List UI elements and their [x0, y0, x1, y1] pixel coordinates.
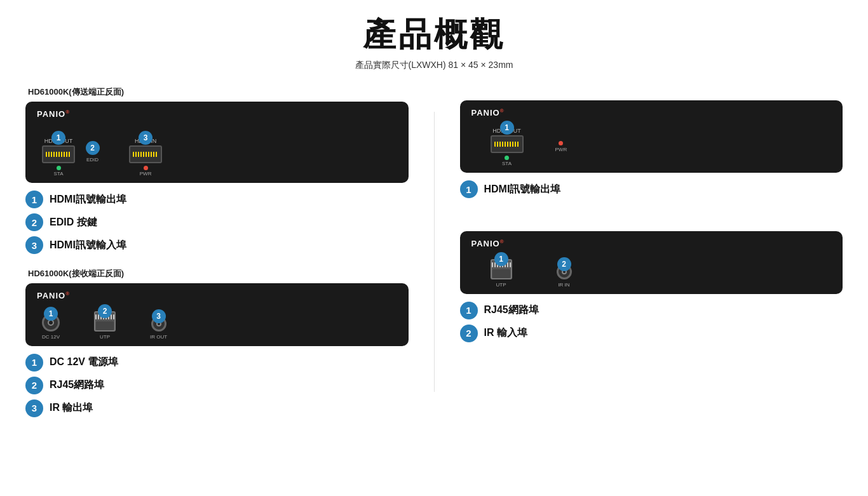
back-feature-badge-1: 1: [460, 180, 478, 198]
rec-back-feature-text-1: RJ45網路埠: [484, 304, 539, 317]
receiver-back-features: 1 RJ45網路埠 2 IR 輸入埠: [460, 302, 843, 342]
rec-feature-text-2: RJ45網路埠: [50, 379, 104, 392]
badge-1: 1: [51, 131, 65, 145]
transmitter-feature-3: 3 HDMI訊號輸入埠: [25, 236, 409, 254]
transmitter-back-feature-1: 1 HDMI訊號輸出埠: [460, 180, 843, 198]
pwr-indicator: [144, 166, 148, 170]
receiver-section-label: HD61000K(接收端正反面): [28, 268, 409, 279]
receiver-feature-3: 3 IR 輸出埠: [25, 399, 409, 417]
pwr-right: PWR: [555, 141, 567, 152]
receiver-back-panel: PANIO® 1 UTP: [460, 231, 843, 293]
transmitter-section-label: HD61000K(傳送端正反面): [28, 86, 409, 98]
rec-feature-text-1: DC 12V 電源埠: [50, 356, 118, 369]
hdmi-out-back-port: [491, 135, 524, 153]
feature-badge-1: 1: [25, 191, 43, 208]
panio-logo-receiver-back: PANIO®: [471, 239, 832, 248]
feature-text-3: HDMI訊號輸入埠: [50, 239, 126, 252]
rec-back-badge-1: 1: [494, 252, 508, 266]
pwr-back-indicator: [559, 141, 563, 145]
page-title: 產品概觀: [25, 13, 843, 57]
sta-indicator: [57, 166, 61, 170]
transmitter-back-port-1: 1 HDMI OUT STA: [491, 128, 524, 166]
receiver-back-port-1: 1 UTP: [491, 259, 512, 288]
transmitter-features: 1 HDMI訊號輸出埠 2 EDID 按鍵 3 HDMI訊號輸入埠: [25, 191, 409, 254]
pwr-text: PWR: [140, 171, 152, 177]
feature-text-2: EDID 按鍵: [50, 216, 97, 229]
sta-back-indicator: [505, 156, 509, 160]
transmitter-feature-2: 2 EDID 按鍵: [25, 213, 409, 231]
receiver-front-panel: PANIO® 1 DC 12V 2: [25, 283, 409, 345]
rec-feature-badge-3: 3: [25, 399, 43, 417]
page-subtitle: 產品實際尺寸(LXWXH) 81 × 45 × 23mm: [25, 60, 843, 71]
rec-back-feature-text-2: IR 輸入埠: [484, 326, 527, 340]
rec-feature-badge-2: 2: [25, 377, 43, 394]
receiver-front-port-2: 2 UTP: [94, 311, 116, 340]
feature-text-1: HDMI訊號輸出埠: [50, 193, 126, 206]
utp-label-back: UTP: [496, 282, 506, 288]
sta-back-text: STA: [502, 161, 512, 166]
rec-back-feature-badge-2: 2: [460, 325, 478, 342]
rec-badge-2: 2: [98, 304, 112, 318]
badge-3: 3: [139, 131, 153, 145]
transmitter-front-panel: PANIO® 1 HDMI OUT STA 2: [25, 102, 409, 183]
feature-badge-3: 3: [25, 236, 43, 254]
rec-badge-1: 1: [44, 307, 58, 321]
rec-badge-3: 3: [152, 309, 166, 323]
receiver-back-feature-2: 2 IR 輸入埠: [460, 325, 843, 342]
badge-2: 2: [86, 141, 100, 155]
transmitter-front-port-3: 3 HDMI IN PWR: [129, 138, 162, 177]
rec-back-badge-2: 2: [557, 257, 571, 271]
rec-feature-text-3: IR 輸出埠: [50, 401, 93, 415]
panio-logo-receiver-front: PANIO®: [37, 291, 397, 300]
edid-text: EDID: [86, 157, 98, 163]
receiver-back-feature-1: 1 RJ45網路埠: [460, 302, 843, 319]
panio-logo-transmitter-back: PANIO®: [471, 108, 832, 117]
transmitter-feature-1: 1 HDMI訊號輸出埠: [25, 191, 409, 208]
ir-out-label: IR OUT: [150, 334, 167, 340]
hdmi-in-port: [129, 145, 162, 163]
back-feature-text-1: HDMI訊號輸出埠: [484, 183, 561, 196]
transmitter-front-port-1: 1 HDMI OUT STA: [42, 138, 75, 177]
transmitter-front-port-2: 2 EDID: [86, 148, 98, 163]
dc-label: DC 12V: [42, 334, 60, 340]
utp-label-front: UTP: [100, 334, 110, 340]
transmitter-back-panel: PANIO® 1 HDMI OUT STA PWR: [460, 100, 843, 173]
receiver-feature-1: 1 DC 12V 電源埠: [25, 354, 409, 372]
rec-feature-badge-1: 1: [25, 354, 43, 372]
panio-logo-transmitter-front: PANIO®: [37, 109, 397, 119]
back-badge-1: 1: [500, 121, 514, 135]
receiver-front-port-3: 3 IR OUT: [150, 316, 167, 340]
ir-in-label: IR IN: [558, 282, 569, 288]
receiver-back-port-2: 2 IR IN: [557, 264, 572, 288]
pwr-back-text: PWR: [555, 147, 567, 152]
receiver-front-port-1: 1 DC 12V: [42, 314, 60, 340]
rec-back-feature-badge-1: 1: [460, 302, 478, 319]
sta-text: STA: [54, 171, 64, 177]
transmitter-back-features: 1 HDMI訊號輸出埠: [460, 180, 843, 198]
feature-badge-2: 2: [25, 213, 43, 231]
receiver-feature-2: 2 RJ45網路埠: [25, 377, 409, 394]
receiver-features: 1 DC 12V 電源埠 2 RJ45網路埠 3 IR 輸出埠: [25, 354, 409, 417]
hdmi-out-port: [42, 145, 75, 163]
